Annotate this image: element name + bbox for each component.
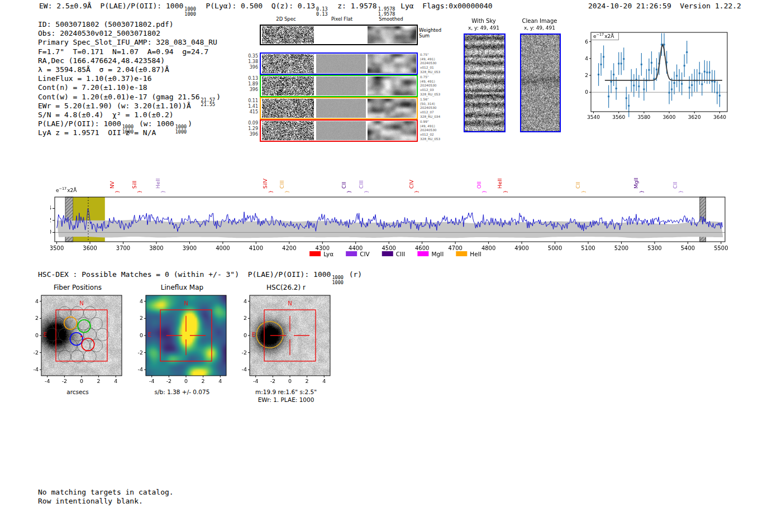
text-segment: HSC-DEX : Possible Matches = 0 (within +… bbox=[38, 270, 331, 279]
lineflux-map-title: Lineflux Map bbox=[129, 284, 235, 291]
fiber-positions-panel bbox=[25, 293, 131, 389]
report-page: EW: 2.5±0.9Å P(LAE)/P(OII): 100010001000… bbox=[0, 0, 782, 532]
sky-panel-image-fine bbox=[520, 33, 561, 132]
fiber-positions-title: Fiber Positions bbox=[25, 284, 131, 291]
sky-panel-image-banded bbox=[464, 33, 506, 132]
sky-panel-coords: x, y: 49, 491 bbox=[509, 25, 570, 31]
sky-panel-coords: x, y: 49, 491 bbox=[453, 25, 514, 31]
footer-note-2: Row intentionally blank. bbox=[38, 497, 143, 505]
sky-panel-title: Clean Image bbox=[509, 18, 570, 24]
fiber-positions-caption: arcsecs bbox=[25, 389, 131, 395]
lineflux-map-panel bbox=[129, 293, 235, 389]
hsc-caption-line1: m:19.9 re:1.6" s:2.5" bbox=[233, 389, 339, 395]
lineflux-map-caption: s/b: 1.38 +/- 0.075 bbox=[129, 389, 235, 395]
line-fit-inset-chart bbox=[579, 28, 731, 131]
hsc-dex-line: HSC-DEX : Possible Matches = 0 (within +… bbox=[38, 270, 362, 285]
sky-panel-title: With Sky bbox=[453, 18, 514, 24]
hsc-thumbnail-panel bbox=[233, 293, 339, 389]
footer-note-1: No matching targets in catalog. bbox=[38, 488, 174, 496]
full-spectrum-chart bbox=[50, 165, 732, 261]
text-segment: (r) bbox=[345, 270, 362, 279]
hsc-thumbnail-title: HSC(26.2) r bbox=[233, 284, 339, 291]
hsc-caption-line2: EWr: 1. PLAE: 1000 bbox=[233, 396, 339, 403]
